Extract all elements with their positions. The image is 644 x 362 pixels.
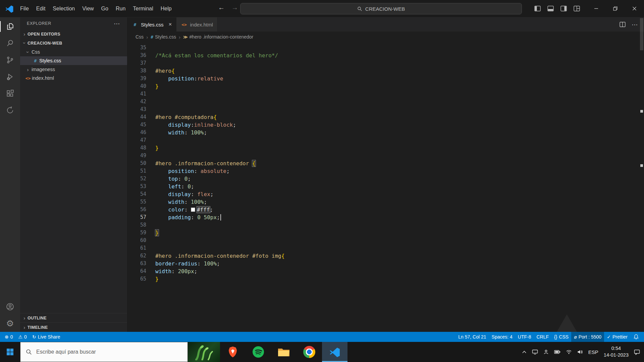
account-icon[interactable] (0, 298, 20, 315)
tab-styles.css[interactable]: #Styles.css× (127, 17, 176, 32)
vscode-taskbar-icon[interactable] (322, 342, 347, 362)
editor-scrollbar[interactable] (639, 17, 644, 332)
status-errors[interactable]: ⊗0 (2, 332, 16, 342)
taskbar-clock[interactable]: 0:54 14-01-2023 (604, 345, 629, 358)
code-line-60[interactable]: 60 (127, 237, 644, 244)
code-line-59[interactable]: 59} (127, 229, 644, 237)
display-icon[interactable] (532, 349, 538, 355)
close-icon[interactable]: × (169, 21, 172, 28)
source-control-icon[interactable] (0, 52, 20, 68)
restore-button[interactable] (606, 0, 625, 17)
split-editor-icon[interactable] (620, 22, 626, 27)
code-line-62[interactable]: 62#hero .informacion-contenedor #foto im… (127, 252, 644, 260)
status-eol[interactable]: CRLF (534, 332, 551, 342)
close-button[interactable] (625, 0, 644, 17)
tab-index.html[interactable]: <>index.html (176, 17, 217, 32)
search-box[interactable]: CREACION-WEB (240, 3, 522, 14)
toggle-sidebar-icon[interactable] (534, 6, 541, 11)
code-line-42[interactable]: 42 (127, 98, 644, 106)
action-center-icon[interactable] (634, 349, 640, 355)
toggle-secondary-sidebar-icon[interactable] (560, 6, 567, 11)
notifications-bell[interactable] (630, 332, 642, 342)
people-icon[interactable] (543, 349, 549, 355)
language-indicator[interactable]: ESP (588, 349, 598, 355)
extensions-icon[interactable] (0, 85, 20, 102)
code-line-57[interactable]: 57 padding: 0 50px; (127, 214, 644, 221)
code-line-48[interactable]: 48} (127, 144, 644, 152)
code-line-36[interactable]: 36/*Acá estan los comentarios del hero*/ (127, 52, 644, 59)
code-line-54[interactable]: 54 display: flex; (127, 190, 644, 198)
menu-help[interactable]: Help (157, 4, 175, 14)
explorer-more-actions-icon[interactable]: ⋯ (114, 20, 120, 27)
code-line-61[interactable]: 61 (127, 244, 644, 252)
brave-icon[interactable] (220, 342, 246, 362)
taskbar-search[interactable]: Escribe aquí para buscar (20, 342, 188, 362)
code-line-52[interactable]: 52 top: 0; (127, 175, 644, 183)
status-live-server-port[interactable]: ⌀Port : 5500 (571, 332, 604, 342)
section-outline[interactable]: ›OUTLINE (20, 313, 127, 322)
start-button[interactable] (0, 342, 20, 362)
menu-go[interactable]: Go (98, 4, 112, 14)
back-icon[interactable]: ← (218, 4, 225, 11)
file-styles-css[interactable]: #Styles.css (20, 56, 127, 65)
menu-file[interactable]: File (16, 4, 33, 14)
menu-run[interactable]: Run (112, 4, 129, 14)
status-language-mode[interactable]: {}CSS (551, 332, 571, 342)
code-line-55[interactable]: 55 width: 100%; (127, 198, 644, 206)
scrollbar-thumb[interactable] (640, 18, 643, 50)
code-line-51[interactable]: 51 position: absolute; (127, 167, 644, 175)
editor-more-actions-icon[interactable]: ⋯ (632, 21, 638, 28)
breadcrumb-item[interactable]: #Styles.css (151, 34, 176, 40)
forward-icon[interactable]: → (231, 4, 238, 11)
code-line-43[interactable]: 43 (127, 106, 644, 113)
status-indentation[interactable]: Spaces: 4 (489, 332, 515, 342)
open-editors-section[interactable]: › OPEN EDITORS (20, 29, 127, 39)
section-timeline[interactable]: ›TIMELINE (20, 322, 127, 332)
breadcrumb-item[interactable]: ≫#hero .informacion-contenedor (183, 34, 253, 40)
search-view-icon[interactable] (0, 35, 20, 52)
code-line-44[interactable]: 44#hero #computadora{ (127, 113, 644, 121)
breadcrumb-item[interactable]: Css (136, 34, 144, 40)
code-line-64[interactable]: 64width: 200px; (127, 267, 644, 275)
minimize-button[interactable] (587, 0, 606, 17)
menu-edit[interactable]: Edit (33, 4, 49, 14)
wifi-icon[interactable] (566, 350, 572, 354)
run-debug-icon[interactable] (0, 68, 20, 85)
status-warnings[interactable]: ⚠0 (16, 332, 30, 342)
spotify-icon[interactable] (246, 342, 271, 362)
status-line-col[interactable]: Ln 57, Col 21 (455, 332, 489, 342)
status-encoding[interactable]: UTF-8 (515, 332, 534, 342)
code-line-41[interactable]: 41 (127, 90, 644, 98)
file-explorer-icon[interactable] (271, 342, 297, 362)
code-line-40[interactable]: 40} (127, 82, 644, 90)
battery-icon[interactable] (554, 350, 560, 354)
code-line-49[interactable]: 49 (127, 152, 644, 160)
menu-terminal[interactable]: Terminal (129, 4, 157, 14)
volume-icon[interactable] (577, 350, 583, 354)
customize-layout-icon[interactable] (574, 6, 580, 11)
pinned-plant-image[interactable] (188, 342, 220, 362)
code-line-50[interactable]: 50#hero .informacion-contenedor { (127, 160, 644, 167)
status-live-share[interactable]: ↻Live Share (30, 332, 63, 342)
code-line-65[interactable]: 65} (127, 275, 644, 283)
menu-view[interactable]: View (78, 4, 97, 14)
code-line-38[interactable]: 38#hero{ (127, 67, 644, 75)
code-line-53[interactable]: 53 left: 0; (127, 183, 644, 190)
file-index-html[interactable]: <>index.html (20, 74, 127, 82)
code-line-35[interactable]: 35 (127, 44, 644, 52)
code-line-46[interactable]: 46 width: 100%; (127, 129, 644, 136)
code-line-58[interactable]: 58 (127, 221, 644, 229)
live-share-view-icon[interactable] (0, 102, 20, 119)
code-line-56[interactable]: 56 color: #fff; (127, 206, 644, 214)
chrome-icon[interactable] (297, 342, 322, 362)
code-line-37[interactable]: 37 (127, 59, 644, 67)
toggle-panel-icon[interactable] (547, 6, 554, 11)
code-line-39[interactable]: 39 position:relative (127, 75, 644, 82)
file-css[interactable]: ›Css (20, 48, 127, 56)
settings-gear-icon[interactable]: ⚙ (0, 315, 20, 332)
code-line-47[interactable]: 47 (127, 136, 644, 144)
code-line-63[interactable]: 63border-radius: 100%; (127, 260, 644, 267)
status-prettier[interactable]: ✓Prettier (604, 332, 630, 342)
explorer-icon[interactable] (0, 18, 20, 35)
code-line-45[interactable]: 45 display:inline-block; (127, 121, 644, 129)
